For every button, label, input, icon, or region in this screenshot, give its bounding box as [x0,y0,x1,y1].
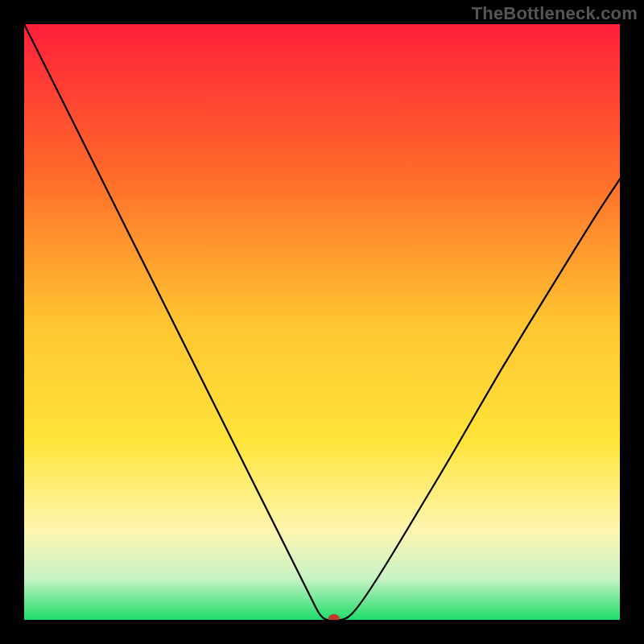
watermark-text: TheBottleneck.com [472,3,638,24]
plot-area [24,24,620,620]
chart-svg [24,24,620,620]
chart-frame: TheBottleneck.com [0,0,644,644]
